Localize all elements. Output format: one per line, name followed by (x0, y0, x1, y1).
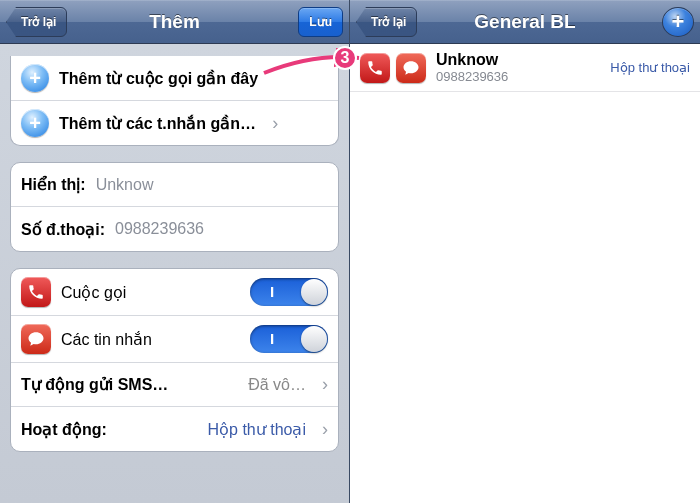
auto-sms-label: Tự động gửi SMS… (21, 375, 168, 394)
add-button[interactable]: + (662, 7, 694, 37)
left-navbar: Trở lại Thêm Lưu (0, 0, 349, 44)
page-title: Thêm (149, 11, 200, 33)
add-from-calls-row[interactable]: + Thêm từ cuộc gọi gần đây (11, 56, 338, 101)
phone-label: Số đ.thoại: (21, 220, 105, 239)
save-button[interactable]: Lưu (298, 7, 343, 37)
activity-row[interactable]: Hoạt động: Hộp thư thoại › (11, 407, 338, 451)
options-group: Cuộc gọi I Các tin nhắn I Tự động gửi SM… (10, 268, 339, 452)
block-calls-toggle[interactable]: I (250, 278, 328, 306)
display-value: Unknow (96, 176, 328, 194)
fields-group: Hiển thị: Unknow Số đ.thoại: 0988239636 (10, 162, 339, 252)
back-button[interactable]: Trở lại (356, 7, 417, 37)
left-body: + Thêm từ cuộc gọi gần đây + Thêm từ các… (0, 44, 349, 503)
activity-value: Hộp thư thoại (117, 420, 306, 439)
phone-value: 0988239636 (115, 220, 328, 238)
add-from-messages-row[interactable]: + Thêm từ các t.nhắn gần… › (11, 101, 338, 145)
chevron-right-icon: › (322, 419, 328, 440)
message-icon (396, 53, 426, 83)
phone-icon (21, 277, 51, 307)
add-contact-pane: Trở lại Thêm Lưu + Thêm từ cuộc gọi gần … (0, 0, 350, 503)
plus-icon: + (21, 109, 49, 137)
blocklist-pane: Trở lại General BL + Unknow 0988239636 H… (350, 0, 700, 503)
auto-sms-row[interactable]: Tự động gửi SMS… Đã vô… › (11, 363, 338, 407)
entry-name: Unknow (436, 51, 508, 69)
block-messages-toggle[interactable]: I (250, 325, 328, 353)
chevron-right-icon: › (272, 113, 278, 134)
message-icon (21, 324, 51, 354)
block-messages-row: Các tin nhắn I (11, 316, 338, 363)
page-title: General BL (474, 11, 575, 33)
chevron-right-icon: › (322, 374, 328, 395)
entry-detail: Hộp thư thoại (610, 60, 690, 75)
phone-row[interactable]: Số đ.thoại: 0988239636 (11, 207, 338, 251)
block-calls-label: Cuộc gọi (61, 283, 126, 302)
entry-number: 0988239636 (436, 69, 508, 84)
blocklist-row[interactable]: Unknow 0988239636 Hộp thư thoại (350, 44, 700, 92)
back-button[interactable]: Trở lại (6, 7, 67, 37)
plus-icon: + (21, 64, 49, 92)
activity-label: Hoạt động: (21, 420, 107, 439)
display-label: Hiển thị: (21, 175, 86, 194)
block-messages-label: Các tin nhắn (61, 330, 152, 349)
add-from-messages-label: Thêm từ các t.nhắn gần… (59, 114, 256, 133)
add-from-group: + Thêm từ cuộc gọi gần đây + Thêm từ các… (10, 56, 339, 146)
phone-icon (360, 53, 390, 83)
annotation-step-badge: 3 (333, 46, 357, 70)
display-name-row[interactable]: Hiển thị: Unknow (11, 163, 338, 207)
right-body: Unknow 0988239636 Hộp thư thoại (350, 44, 700, 503)
auto-sms-value: Đã vô… (178, 376, 306, 394)
block-calls-row: Cuộc gọi I (11, 269, 338, 316)
entry-info: Unknow 0988239636 (436, 51, 508, 84)
right-navbar: Trở lại General BL + (350, 0, 700, 44)
add-from-calls-label: Thêm từ cuộc gọi gần đây (59, 69, 258, 88)
